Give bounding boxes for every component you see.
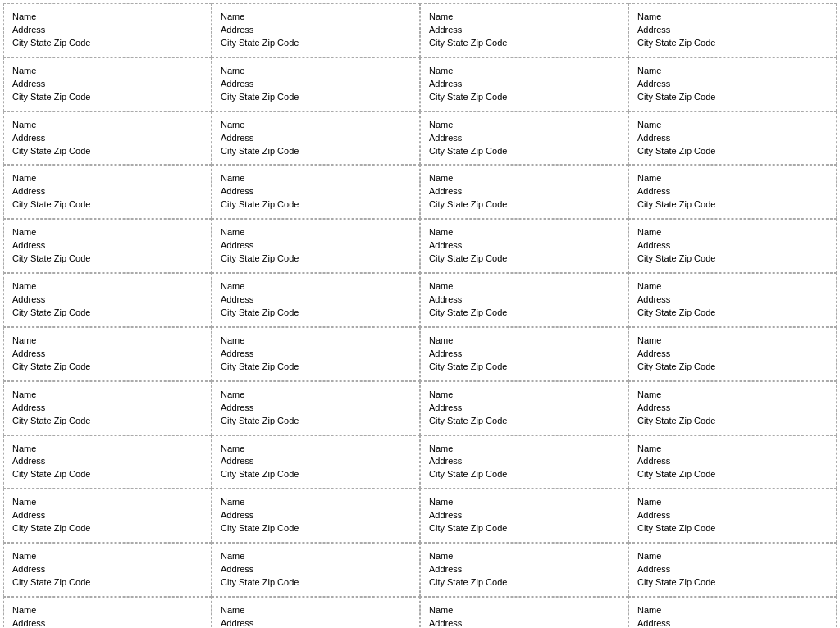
label-city-state-zip: City State Zip Code: [221, 307, 411, 320]
label-name: Name: [12, 65, 203, 78]
label-cell: Name Address City State Zip Code: [420, 327, 628, 381]
label-name: Name: [429, 604, 619, 617]
label-cell: Name Address City State Zip Code: [420, 57, 628, 111]
label-name: Name: [12, 496, 203, 509]
label-name: Name: [637, 65, 828, 78]
label-cell: Name Address City State Zip Code: [212, 597, 420, 628]
label-address: Address: [12, 509, 203, 522]
label-cell: Name Address City State Zip Code: [212, 165, 420, 219]
label-city-state-zip: City State Zip Code: [221, 145, 411, 158]
label-address: Address: [637, 455, 828, 468]
label-address: Address: [637, 132, 828, 145]
label-cell: Name Address City State Zip Code: [212, 3, 420, 57]
label-city-state-zip: City State Zip Code: [429, 468, 619, 481]
label-city-state-zip: City State Zip Code: [221, 198, 411, 212]
label-address: Address: [429, 509, 619, 522]
label-name: Name: [221, 604, 411, 617]
label-city-state-zip: City State Zip Code: [12, 307, 203, 320]
label-cell: Name Address City State Zip Code: [3, 435, 212, 489]
label-address: Address: [429, 563, 619, 576]
label-address: Address: [221, 455, 411, 468]
label-address: Address: [12, 185, 203, 198]
label-address: Address: [12, 132, 203, 145]
label-name: Name: [12, 334, 203, 348]
label-name: Name: [221, 11, 411, 24]
label-city-state-zip: City State Zip Code: [221, 522, 411, 535]
label-city-state-zip: City State Zip Code: [12, 37, 203, 50]
label-name: Name: [637, 496, 828, 509]
label-address: Address: [12, 455, 203, 468]
label-address: Address: [221, 185, 411, 198]
label-address: Address: [12, 239, 203, 253]
label-cell: Name Address City State Zip Code: [212, 327, 420, 381]
label-address: Address: [429, 132, 619, 145]
label-name: Name: [221, 550, 411, 563]
label-cell: Name Address City State Zip Code: [420, 273, 628, 327]
label-city-state-zip: City State Zip Code: [429, 522, 619, 535]
label-name: Name: [637, 443, 828, 456]
label-address: Address: [637, 348, 828, 361]
label-city-state-zip: City State Zip Code: [429, 253, 619, 266]
label-cell: Name Address City State Zip Code: [420, 435, 628, 489]
label-city-state-zip: City State Zip Code: [637, 91, 828, 104]
label-address: Address: [637, 509, 828, 522]
label-cell: Name Address City State Zip Code: [628, 381, 837, 435]
label-address: Address: [221, 402, 411, 415]
label-name: Name: [12, 11, 203, 24]
label-grid: Name Address City State Zip Code Name Ad…: [3, 3, 837, 628]
label-name: Name: [12, 119, 203, 132]
label-city-state-zip: City State Zip Code: [221, 253, 411, 266]
label-city-state-zip: City State Zip Code: [429, 145, 619, 158]
label-address: Address: [429, 348, 619, 361]
label-cell: Name Address City State Zip Code: [212, 543, 420, 597]
label-name: Name: [221, 334, 411, 348]
label-city-state-zip: City State Zip Code: [637, 522, 828, 535]
label-address: Address: [637, 617, 828, 628]
label-name: Name: [12, 550, 203, 563]
label-city-state-zip: City State Zip Code: [221, 576, 411, 589]
label-city-state-zip: City State Zip Code: [12, 145, 203, 158]
label-cell: Name Address City State Zip Code: [212, 57, 420, 111]
label-address: Address: [637, 185, 828, 198]
label-address: Address: [429, 239, 619, 253]
label-address: Address: [221, 348, 411, 361]
label-name: Name: [637, 226, 828, 239]
label-page: Name Address City State Zip Code Name Ad…: [0, 0, 840, 628]
label-name: Name: [429, 389, 619, 402]
label-address: Address: [637, 24, 828, 37]
label-address: Address: [221, 617, 411, 628]
label-address: Address: [221, 78, 411, 91]
label-cell: Name Address City State Zip Code: [212, 219, 420, 273]
label-address: Address: [221, 132, 411, 145]
label-cell: Name Address City State Zip Code: [628, 435, 837, 489]
label-cell: Name Address City State Zip Code: [628, 327, 837, 381]
label-cell: Name Address City State Zip Code: [3, 327, 212, 381]
label-name: Name: [12, 226, 203, 239]
label-name: Name: [637, 550, 828, 563]
label-name: Name: [12, 443, 203, 456]
label-cell: Name Address City State Zip Code: [628, 111, 837, 166]
label-address: Address: [637, 239, 828, 253]
label-city-state-zip: City State Zip Code: [12, 361, 203, 374]
label-address: Address: [12, 294, 203, 307]
label-city-state-zip: City State Zip Code: [221, 37, 411, 50]
label-city-state-zip: City State Zip Code: [12, 91, 203, 104]
label-address: Address: [12, 617, 203, 628]
label-city-state-zip: City State Zip Code: [12, 198, 203, 212]
label-cell: Name Address City State Zip Code: [628, 57, 837, 111]
label-name: Name: [429, 226, 619, 239]
label-name: Name: [221, 65, 411, 78]
label-city-state-zip: City State Zip Code: [221, 91, 411, 104]
label-name: Name: [429, 334, 619, 348]
label-address: Address: [429, 78, 619, 91]
label-cell: Name Address City State Zip Code: [420, 489, 628, 543]
label-cell: Name Address City State Zip Code: [628, 543, 837, 597]
label-cell: Name Address City State Zip Code: [3, 597, 212, 628]
label-cell: Name Address City State Zip Code: [420, 381, 628, 435]
label-city-state-zip: City State Zip Code: [221, 415, 411, 428]
label-address: Address: [12, 24, 203, 37]
label-cell: Name Address City State Zip Code: [3, 273, 212, 327]
label-name: Name: [221, 443, 411, 456]
label-name: Name: [12, 280, 203, 294]
label-cell: Name Address City State Zip Code: [628, 219, 837, 273]
